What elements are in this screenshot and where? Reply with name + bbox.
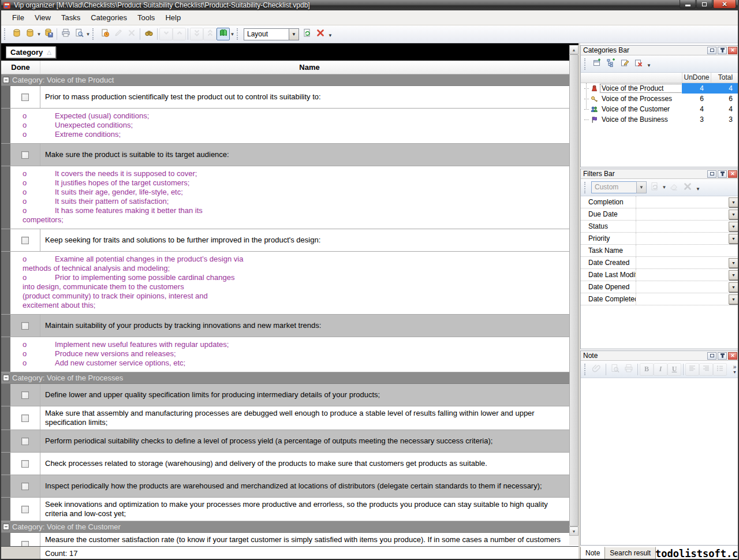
task-checkbox[interactable] (21, 391, 29, 399)
task-row[interactable]: Define lower and upper quality specifica… (1, 384, 569, 406)
filter-preset-dropdown-icon[interactable]: ▼ (636, 181, 647, 193)
filter-dropdown-icon[interactable]: ▼ (729, 210, 738, 219)
menu-file[interactable]: File (7, 11, 29, 24)
move-top-button[interactable] (203, 28, 217, 40)
category-group-row[interactable]: Category: Voice of the Customer (1, 521, 569, 533)
task-checkbox[interactable] (21, 483, 29, 490)
task-row[interactable]: Keep seeking for traits and solutions to… (1, 229, 569, 252)
note-pin-button[interactable] (718, 352, 727, 360)
align-right-button[interactable] (699, 363, 713, 376)
print-preview-button[interactable] (72, 28, 85, 40)
delete-task-button[interactable] (125, 28, 138, 40)
task-row[interactable]: Seek innovations and optimization to mak… (1, 498, 569, 521)
note-toolbar-overflow[interactable]: »▼ (733, 364, 738, 375)
move-up-button[interactable] (173, 28, 186, 40)
minimize-button[interactable] (680, 0, 696, 9)
new-task-button[interactable] (98, 28, 111, 40)
task-checkbox[interactable] (21, 151, 29, 159)
scroll-down-icon[interactable]: ▼ (569, 527, 578, 536)
note-restore-button[interactable] (707, 352, 716, 360)
delete-category-button[interactable] (632, 58, 645, 70)
note-close-button[interactable]: ✕ (728, 352, 737, 360)
insert-object-button[interactable] (590, 363, 604, 376)
open-database-button[interactable] (23, 28, 36, 40)
task-row[interactable]: Prior to mass production scientifically … (1, 86, 569, 109)
filters-toolbar-overflow[interactable]: ▼ (695, 181, 701, 194)
filter-dropdown-icon[interactable]: ▼ (729, 270, 738, 280)
category-tree-item[interactable]: Voice of the Product44 (581, 83, 739, 94)
category-tree-item[interactable]: Voice of the Business33 (581, 114, 739, 125)
scrollbar-thumb[interactable] (569, 54, 578, 527)
category-group-row[interactable]: Category: Voice of the Product (1, 74, 569, 86)
menu-help[interactable]: Help (160, 11, 186, 24)
filters-close-button[interactable]: ✕ (728, 170, 737, 178)
categories-pin-button[interactable] (718, 47, 727, 54)
task-row[interactable]: Check processes related to storage (ware… (1, 453, 569, 475)
dropdown-icon[interactable]: ▼ (662, 181, 667, 194)
underline-button[interactable]: U (667, 363, 681, 376)
task-checkbox[interactable] (21, 415, 29, 422)
filter-dropdown-icon[interactable]: ▼ (729, 234, 738, 244)
scroll-up-icon[interactable]: ▲ (569, 45, 578, 54)
remove-filter-button[interactable] (681, 181, 695, 194)
edit-category-button[interactable] (618, 58, 632, 70)
task-checkbox[interactable] (21, 237, 29, 244)
print-note-button[interactable] (622, 363, 636, 376)
restore-button[interactable] (696, 0, 712, 9)
task-row[interactable]: Maintain suitability of your products by… (1, 315, 569, 337)
filter-preset-value[interactable]: Custom (591, 181, 636, 193)
task-row[interactable]: Perform periodical suitability checks to… (1, 430, 569, 453)
dropdown-icon[interactable]: ▼ (85, 28, 91, 40)
note-editor[interactable] (581, 378, 739, 546)
apply-layout-button[interactable] (300, 28, 313, 40)
column-header-done[interactable]: Done (1, 61, 40, 74)
dropdown-icon[interactable]: ▼ (230, 28, 235, 40)
categories-restore-button[interactable] (707, 47, 716, 54)
close-button[interactable]: ✕ (713, 0, 736, 9)
task-row[interactable]: Make sure the product is suitable to its… (1, 144, 569, 166)
align-left-button[interactable] (685, 363, 699, 376)
clear-layout-button[interactable] (313, 28, 327, 40)
move-down-button[interactable] (159, 28, 173, 40)
new-database-button[interactable] (10, 28, 23, 40)
task-checkbox[interactable] (21, 438, 29, 445)
category-tree-item[interactable]: Voice of the Processes66 (581, 94, 739, 104)
save-database-button[interactable] (42, 28, 55, 40)
menu-view[interactable]: View (29, 11, 56, 24)
undone-column-header[interactable]: UnDone (682, 73, 711, 83)
categories-toolbar-overflow[interactable]: ▼ (645, 58, 652, 70)
add-category-button[interactable] (590, 58, 604, 70)
task-checkbox[interactable] (21, 322, 29, 330)
tab-note[interactable]: Note (580, 547, 605, 560)
total-column-header[interactable]: Total (711, 73, 739, 83)
notes-view-button[interactable] (217, 28, 230, 40)
filters-pin-button[interactable] (718, 170, 727, 178)
menu-tools[interactable]: Tools (132, 11, 160, 24)
italic-button[interactable]: I (654, 363, 667, 376)
layout-combo-value[interactable]: Layout (244, 28, 289, 40)
collapse-icon[interactable] (3, 375, 9, 381)
collapse-icon[interactable] (3, 524, 9, 530)
add-subcategory-button[interactable] (604, 58, 618, 70)
filter-dropdown-icon[interactable]: ▼ (729, 282, 738, 292)
categories-close-button[interactable]: ✕ (728, 47, 737, 54)
task-checkbox[interactable] (21, 506, 29, 513)
group-by-chip[interactable]: Category △ (6, 46, 56, 58)
filter-dropdown-icon[interactable]: ▼ (729, 258, 738, 268)
layout-combo[interactable]: Layout▼ (244, 28, 299, 40)
task-checkbox[interactable] (21, 94, 29, 101)
print-button[interactable] (59, 28, 72, 40)
layout-combo-dropdown-icon[interactable]: ▼ (289, 28, 299, 40)
menu-tasks[interactable]: Tasks (56, 11, 85, 24)
collapse-icon[interactable] (3, 77, 9, 83)
bold-button[interactable]: B (640, 363, 654, 376)
filter-preset-combo[interactable]: Custom ▼ (591, 181, 647, 193)
filter-dropdown-icon[interactable]: ▼ (729, 197, 738, 207)
filter-dropdown-icon[interactable]: ▼ (729, 222, 738, 232)
dropdown-icon[interactable]: ▼ (36, 28, 42, 40)
task-row[interactable]: Make sure that assembly and manufacturin… (1, 406, 569, 430)
erase-filter-button[interactable] (667, 181, 681, 194)
category-group-row[interactable]: Category: Voice of the Processes (1, 372, 569, 384)
move-bottom-button[interactable] (190, 28, 203, 40)
tab-search-result[interactable]: Search result (604, 547, 656, 560)
